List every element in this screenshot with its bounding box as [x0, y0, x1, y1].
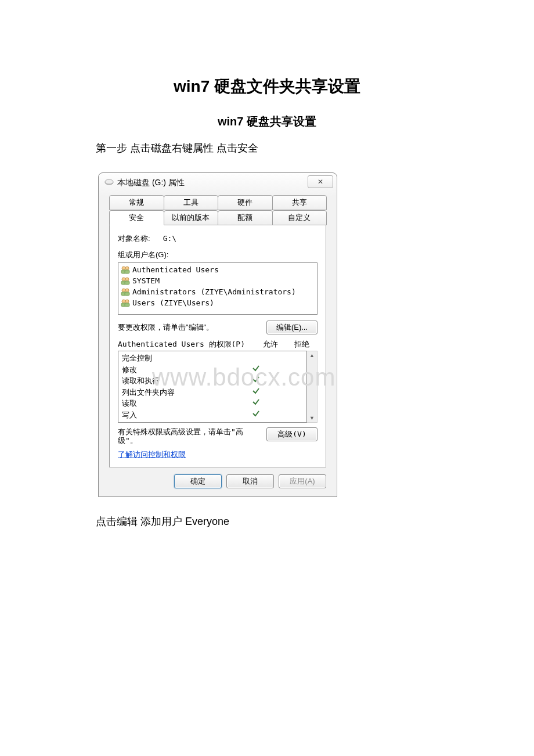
page-title: win7 硬盘文件夹共享设置 — [96, 75, 438, 98]
deny-cell — [272, 364, 303, 376]
disk-icon — [104, 179, 114, 188]
check-icon — [252, 387, 260, 395]
permissions-listbox: 完全控制修改读取和执行列出文件夹内容读取写入 — [118, 351, 307, 423]
svg-point-1 — [105, 179, 113, 184]
allow-cell — [240, 364, 272, 376]
tab-quota[interactable]: 配额 — [218, 210, 273, 225]
check-icon — [252, 364, 260, 372]
permission-name: 读取 — [122, 398, 240, 409]
allow-column-header: 允许 — [255, 339, 286, 350]
svg-point-2 — [122, 267, 125, 270]
deny-cell — [272, 409, 303, 421]
dialog-title: 本地磁盘 (G:) 属性 — [117, 178, 331, 188]
permission-row: 修改 — [118, 364, 306, 376]
svg-point-4 — [125, 267, 129, 270]
svg-rect-13 — [125, 292, 129, 296]
properties-dialog: www.bdocx.com 本地磁盘 (G:) 属性 ✕ 常规 工具 硬件 共享… — [98, 172, 337, 497]
svg-point-14 — [122, 300, 125, 303]
users-icon — [121, 299, 130, 307]
users-listbox[interactable]: Authenticated Users SYSTEM Administrator… — [118, 262, 317, 315]
allow-cell — [240, 375, 272, 387]
group-users-label: 组或用户名(G): — [118, 250, 317, 260]
allow-cell — [240, 409, 272, 421]
step-1-text: 第一步 点击磁盘右键属性 点击安全 — [96, 141, 438, 155]
user-name: Administrators (ZIYE\Administrators) — [132, 286, 296, 297]
deny-cell — [272, 375, 303, 387]
apply-button[interactable]: 应用(A) — [279, 474, 326, 488]
check-icon — [252, 375, 260, 383]
permission-name: 完全控制 — [122, 352, 240, 364]
list-item[interactable]: Administrators (ZIYE\Administrators) — [118, 286, 317, 297]
scroll-down-icon[interactable]: ▼ — [309, 415, 315, 421]
list-item[interactable]: SYSTEM — [118, 275, 317, 286]
ok-button[interactable]: 确定 — [174, 474, 222, 488]
object-name-row: 对象名称: G:\ — [118, 233, 317, 244]
page-subtitle: win7 硬盘共享设置 — [96, 114, 438, 129]
allow-cell — [240, 387, 272, 398]
svg-point-8 — [125, 278, 129, 281]
permission-row: 读取 — [118, 398, 306, 409]
permission-name: 读取和执行 — [122, 375, 240, 387]
permissions-label: Authenticated Users 的权限(P) — [118, 339, 255, 350]
advanced-hint: 有关特殊权限或高级设置，请单击"高级"。 — [118, 427, 266, 445]
check-icon — [252, 398, 260, 406]
deny-cell — [272, 387, 303, 398]
step-1-note: 点击编辑 添加用户 Everyone — [96, 514, 438, 528]
deny-cell — [272, 398, 303, 409]
scrollbar[interactable]: ▲ ▼ — [307, 351, 317, 423]
users-icon — [121, 288, 130, 296]
learn-permissions-link[interactable]: 了解访问控制和权限 — [118, 449, 186, 460]
svg-rect-17 — [125, 303, 129, 307]
advanced-button[interactable]: 高级(V) — [266, 427, 317, 441]
permission-name: 写入 — [122, 409, 240, 421]
object-name-value: G:\ — [163, 234, 176, 243]
edit-button[interactable]: 编辑(E)... — [266, 321, 317, 334]
svg-point-12 — [125, 289, 129, 292]
tab-strip: 常规 工具 硬件 共享 安全 以前的版本 配额 自定义 — [109, 195, 326, 225]
user-name: SYSTEM — [132, 275, 160, 286]
cancel-button[interactable]: 取消 — [226, 474, 274, 488]
svg-point-10 — [122, 289, 125, 292]
tab-sharing[interactable]: 共享 — [272, 195, 327, 210]
close-button[interactable]: ✕ — [308, 175, 333, 188]
svg-point-16 — [125, 300, 129, 303]
users-icon — [121, 266, 130, 274]
list-item[interactable]: Authenticated Users — [118, 264, 317, 275]
list-item[interactable]: Users (ZIYE\Users) — [118, 297, 317, 308]
deny-cell — [272, 352, 303, 364]
user-name: Authenticated Users — [132, 264, 219, 275]
scroll-up-icon[interactable]: ▲ — [309, 352, 315, 358]
permission-row: 写入 — [118, 409, 306, 421]
object-name-label: 对象名称: — [118, 233, 161, 244]
users-icon — [121, 277, 130, 285]
permission-row: 列出文件夹内容 — [118, 387, 306, 398]
tab-previous-versions[interactable]: 以前的版本 — [164, 210, 219, 225]
permission-row: 完全控制 — [118, 352, 306, 364]
check-icon — [252, 409, 260, 417]
tab-hardware[interactable]: 硬件 — [218, 195, 273, 210]
svg-rect-5 — [125, 270, 129, 273]
tab-tools[interactable]: 工具 — [164, 195, 219, 210]
title-bar: 本地磁盘 (G:) 属性 ✕ — [99, 173, 337, 192]
tab-security[interactable]: 安全 — [109, 210, 164, 225]
permission-row: 读取和执行 — [118, 375, 306, 387]
tab-content-security: 对象名称: G:\ 组或用户名(G): Authenticated Users … — [109, 225, 326, 467]
user-name: Users (ZIYE\Users) — [132, 297, 214, 308]
allow-cell — [240, 398, 272, 409]
edit-hint: 要更改权限，请单击"编辑"。 — [118, 322, 214, 333]
permission-name: 修改 — [122, 364, 240, 376]
deny-column-header: 拒绝 — [286, 339, 317, 350]
tab-customize[interactable]: 自定义 — [272, 210, 327, 225]
permission-name: 列出文件夹内容 — [122, 387, 240, 398]
svg-rect-9 — [125, 281, 129, 285]
allow-cell — [240, 352, 272, 364]
tab-general[interactable]: 常规 — [109, 195, 164, 210]
svg-point-6 — [122, 278, 125, 281]
